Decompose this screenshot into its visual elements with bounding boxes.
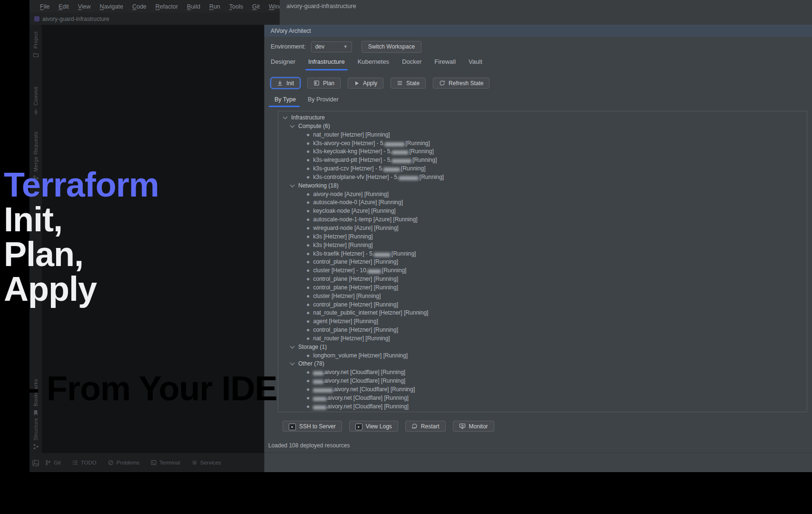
menu-item-navigate[interactable]: Navigate: [100, 3, 123, 10]
tree-row[interactable]: ●control_plane [Hetzner] [Running]: [283, 258, 807, 267]
menu-item-file[interactable]: File: [40, 3, 49, 10]
menu-item-refactor[interactable]: Refactor: [156, 3, 178, 10]
chevron-down-icon[interactable]: [290, 123, 295, 128]
chevron-down-icon[interactable]: [283, 115, 288, 119]
menu-item-build[interactable]: Build: [187, 3, 200, 10]
terminal-icon: ▸: [355, 423, 362, 430]
tree-row[interactable]: ●keycloak-node [Azure] [Running]: [283, 207, 807, 216]
overlay-from-your-ide: From Your IDE: [47, 369, 277, 407]
view-logs-button[interactable]: ▸View Logs: [349, 421, 398, 432]
bottom-bar-item-todo[interactable]: TODO: [72, 460, 97, 465]
tab-designer[interactable]: Designer: [271, 58, 295, 70]
tree-group-row[interactable]: Compute (6): [283, 122, 807, 131]
redacted-text: ▆▆▆▆▆▆: [385, 141, 404, 146]
tree-row[interactable]: ●control_plane [Hetzner] [Running]: [283, 284, 807, 292]
tree-row-text: [Running]: [411, 157, 437, 163]
sidebar-item-project[interactable]: Project: [29, 31, 42, 58]
tree-row[interactable]: ●▆▆▆▆▆▆.aivory.net [Cloudflare] [Running…: [283, 386, 807, 394]
switch-workspace-button[interactable]: Switch Workspace: [362, 41, 421, 53]
environment-select[interactable]: dev ▼: [311, 41, 352, 52]
tree-row[interactable]: ●k3s [Hetzner] [Running]: [283, 233, 807, 241]
bottom-bar-item-label: Terminal: [159, 460, 180, 465]
tree-row[interactable]: ●k3s-traefik [Hetzner] - 5.▆▆▆▆▆ [Runnin…: [283, 250, 807, 258]
bottom-bar-item-terminal[interactable]: Terminal: [151, 460, 180, 465]
redacted-text: ▆▆▆▆▆: [383, 166, 399, 171]
panel-header[interactable]: AIVory Architect: [264, 25, 812, 37]
tab-kubernetes[interactable]: Kubernetes: [358, 58, 390, 70]
tree-row[interactable]: ●control_plane [Hetzner] [Running]: [283, 326, 807, 335]
view-tabs: By TypeBy Provider: [274, 96, 339, 107]
tree-group-row[interactable]: Infrastructure: [283, 114, 807, 122]
redacted-text: ▆▆▆▆: [313, 395, 326, 401]
tree-row[interactable]: ●control_plane [Hetzner] [Running]: [283, 301, 807, 309]
plan-button[interactable]: Plan: [307, 78, 341, 89]
main-toolbar: ▼ Current File ▼: [280, 13, 812, 25]
sidebar-item-structure[interactable]: Structure: [29, 418, 42, 450]
tree-row-text: control_plane [Hetzner] [Running]: [313, 326, 398, 333]
apply-button[interactable]: Apply: [348, 78, 383, 89]
tree-row[interactable]: ●wireguard-node [Azure] [Running]: [283, 224, 807, 233]
tab-firewall[interactable]: Firewall: [434, 58, 456, 70]
bottom-bar-item-problems[interactable]: Problems: [108, 460, 140, 465]
init-button[interactable]: Init: [271, 78, 300, 89]
tree-row[interactable]: ●cluster [Hetzner] - 10.▆▆▆▆ [Running]: [283, 267, 807, 275]
refresh-state-button[interactable]: Refresh State: [433, 78, 489, 89]
view-tab-by-type[interactable]: By Type: [274, 96, 296, 107]
tree-row[interactable]: ●cluster [Hetzner] [Running]: [283, 292, 807, 301]
view-tab-by-provider[interactable]: By Provider: [308, 96, 339, 107]
tree-row[interactable]: ●▆▆▆.aivory.net [Cloudflare] [Running]: [283, 368, 807, 377]
tree-group-row[interactable]: Storage (1): [283, 343, 807, 352]
tree-row-text: nat_router [Hetzner] [Running]: [313, 131, 390, 138]
tree-row[interactable]: ●k3s-keycloak-kng [Hetzner] - 5.▆▆▆▆▆ [R…: [283, 148, 807, 156]
monitor-button[interactable]: Monitor: [453, 421, 494, 432]
tree-row[interactable]: ●k3s-controlplane-vfv [Hetzner] - 5.▆▆▆▆…: [283, 173, 807, 182]
menu-item-code[interactable]: Code: [132, 3, 147, 10]
tab-infrastructure[interactable]: Infrastructure: [308, 58, 345, 70]
menu-item-git[interactable]: Git: [252, 3, 260, 10]
bullet-icon: ●: [306, 165, 310, 172]
tree-row[interactable]: ●longhorn_volume [Hetzner] [Running]: [283, 352, 807, 360]
tree-row[interactable]: ●aivory-node [Azure] [Running]: [283, 190, 807, 199]
tree-row[interactable]: ●k3s-aivory-ceo [Hetzner] - 5.▆▆▆▆▆▆ [Ru…: [283, 139, 807, 148]
ssh-to-server-button[interactable]: ▸SSH to Server: [283, 421, 342, 432]
menu-item-view[interactable]: View: [78, 3, 91, 10]
tree-group-row[interactable]: Networking (18): [283, 182, 807, 190]
tree-row[interactable]: ●▆▆▆.aivory.net [Cloudflare] [Running]: [283, 377, 807, 386]
tree-row[interactable]: ●nat_route_public_internet [Hetzner] [Ru…: [283, 309, 807, 317]
layout-corner-icon[interactable]: [32, 460, 39, 466]
bottom-bar-item-services[interactable]: Services: [192, 460, 221, 465]
state-button[interactable]: State: [391, 78, 426, 89]
terraform-file-icon: [34, 16, 39, 21]
menu-item-edit[interactable]: Edit: [59, 3, 69, 10]
editor-tab[interactable]: aivory-guard-infrastructure: [29, 13, 280, 25]
bottom-bar-item-git[interactable]: Git: [45, 460, 61, 465]
tab-docker[interactable]: Docker: [402, 58, 421, 70]
tree-row[interactable]: ●control_plane [Hetzner] [Running]: [283, 275, 807, 284]
tree-group-row[interactable]: Other (78): [283, 360, 807, 368]
sidebar-item-label: Commit: [33, 87, 39, 106]
tree-row[interactable]: ●k3s [Hetzner] [Running]: [283, 241, 807, 250]
chevron-down-icon[interactable]: [290, 361, 295, 366]
todo-icon: [72, 460, 78, 465]
tree-row[interactable]: ●▆▆▆▆.aivory.net [Cloudflare] [Running]: [283, 403, 807, 411]
tree-row[interactable]: ●k3s-wireguard-ptt [Hetzner] - 5.▆▆▆▆▆▆ …: [283, 156, 807, 165]
tree-row[interactable]: ●nat_router [Hetzner] [Running]: [283, 131, 807, 139]
restart-button[interactable]: Restart: [405, 421, 446, 432]
tree-row[interactable]: ●agent [Hetzner] [Running]: [283, 317, 807, 326]
tree-row[interactable]: ●autoscale-node-1-temp [Azure] [Running]: [283, 216, 807, 224]
tree-row[interactable]: ●▆▆▆▆.aivory.net [Cloudflare] [Running]: [283, 394, 807, 403]
resource-tree[interactable]: InfrastructureCompute (6)●nat_router [He…: [278, 111, 807, 412]
chevron-down-icon[interactable]: [290, 344, 295, 348]
tree-row[interactable]: ●nat_router [Hetzner] [Running]: [283, 335, 807, 343]
sidebar-item-commit[interactable]: Commit: [29, 87, 42, 115]
overlay-dash: —: [4, 369, 47, 407]
menu-item-run[interactable]: Run: [209, 3, 220, 10]
overlay-headline: Terraform Init, Plan, Apply: [4, 168, 159, 306]
redacted-text: ▆▆▆: [313, 378, 323, 384]
environment-row: Environment: dev ▼ Switch Workspace: [271, 41, 421, 52]
chevron-down-icon[interactable]: [290, 182, 295, 187]
tree-row[interactable]: ●k3s-guard-czv [Hetzner] - 5.▆▆▆▆▆ [Runn…: [283, 165, 807, 173]
tab-vault[interactable]: Vault: [469, 58, 482, 70]
menu-item-tools[interactable]: Tools: [229, 3, 243, 10]
tree-row[interactable]: ●autoscale-node-0 [Azure] [Running]: [283, 198, 807, 207]
